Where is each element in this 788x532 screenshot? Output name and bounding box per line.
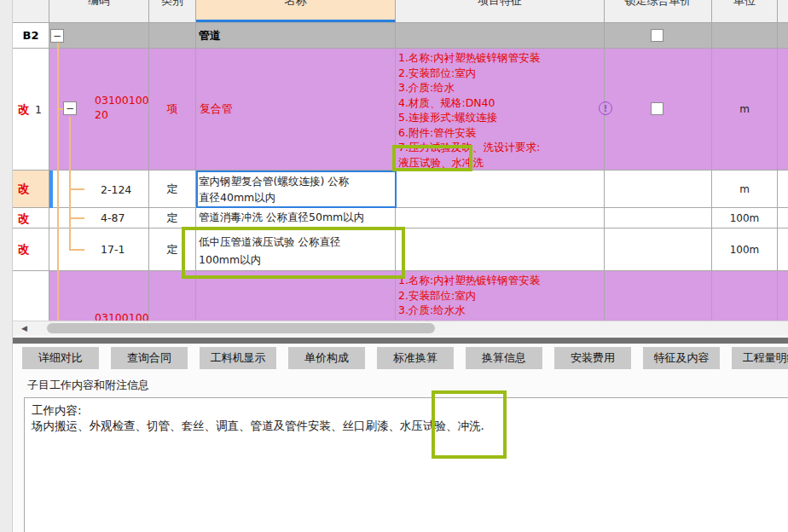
sub-row-4-87[interactable]: 改 4-87 定 管道消毒冲洗 公称直径50mm以内 100m (13, 208, 788, 228)
item-row-1[interactable]: 改 1 0310010070 20 项 复合管 1.名称:内衬塑热镀锌钢管安装 … (13, 49, 788, 171)
item-seq: 1 (35, 103, 42, 116)
group-code-cell (49, 23, 149, 48)
tree-line-level1 (57, 43, 59, 321)
sub3-category: 定 (149, 228, 196, 270)
tab-install-fee[interactable]: 安装费用 (554, 347, 631, 369)
group-name: 管道 (196, 23, 396, 48)
group-unit-cell (712, 23, 778, 48)
edit-flag: 改 (18, 211, 30, 227)
row-header-col (13, 0, 49, 22)
group-row-label: B2 (13, 23, 49, 48)
sub1-row-header: 改 (13, 171, 49, 207)
section-label: 子目工作内容和附注信息 (27, 378, 149, 393)
tree-branch (69, 188, 84, 190)
item1-category: 项 (149, 49, 196, 170)
sub1-code-cell: 2-124 (49, 171, 149, 207)
feature-line: 5.连接形式:螺纹连接 (398, 110, 540, 125)
sub-code: 4-87 (101, 211, 125, 224)
col-header-code[interactable]: 编码 (49, 0, 149, 22)
item-code-line2: 20 (95, 108, 108, 121)
col-header-extra (778, 0, 788, 22)
sub2-category: 定 (149, 208, 196, 228)
edit-flag: 改 (18, 242, 30, 257)
work-content-box[interactable]: 工作内容: 场内搬运、外观检查、切管、套丝、调直、管道及管件安装、丝口刷漆、水压… (24, 397, 788, 532)
tab-feature-content[interactable]: 特征及内容 (643, 347, 720, 369)
sub2-name: 管道消毒冲洗 公称直径50mm以内 (196, 208, 396, 228)
group-lock-cell (605, 23, 712, 48)
item1-features-cell: 1.名称:内衬塑热镀锌钢管安装 2.安装部位:室内 3.介质:给水 4.材质、规… (396, 49, 605, 170)
sub-name-line2: 直径40mm以内 (199, 189, 275, 205)
col-header-features[interactable]: 项目特征 (396, 0, 605, 22)
col-header-unit[interactable]: 单位 (712, 0, 778, 22)
left-margin (0, 0, 13, 532)
tree-line-level2 (69, 117, 71, 250)
table-header-row: 编码 类别 名称 项目特征 锁定综合单价 单位 (13, 0, 788, 23)
sub-name-line1: 室内钢塑复合管(螺纹连接) 公称 (199, 173, 349, 189)
work-content-title: 工作内容: (32, 403, 82, 419)
item1-lock-cell (605, 49, 712, 170)
item1-row-header: 改 1 (13, 49, 49, 170)
col-header-lock-price[interactable]: 锁定综合单价 (605, 0, 712, 22)
sub2-code-cell: 4-87 (49, 208, 149, 228)
selected-row-indicator (49, 171, 53, 208)
feature-line: 2.安装部位:室内 (398, 288, 540, 304)
app-window: 编码 类别 名称 项目特征 锁定综合单价 单位 B2 管道 改 1 031001… (0, 0, 788, 532)
tab-unit-price[interactable]: 单价构成 (288, 347, 365, 369)
collapse-item-icon[interactable]: − (63, 101, 77, 115)
group-features-cell (396, 23, 605, 48)
col-header-name[interactable]: 名称 (196, 0, 396, 22)
group-category-cell (149, 23, 196, 48)
group-row-b2[interactable]: B2 管道 (13, 23, 788, 49)
item1-name: 复合管 (196, 49, 396, 170)
feature-line: 1.名称:内衬塑热镀锌钢管安装 (398, 273, 540, 288)
sub-name-line1: 低中压管道液压试验 公称直径 (199, 233, 340, 251)
sub1-unit: m (712, 171, 778, 207)
feature-line: 3.介质:给水水 (398, 303, 540, 318)
work-content-text: 场内搬运、外观检查、切管、套丝、调直、管道及管件安装、丝口刷漆、水压试验、冲洗. (32, 419, 484, 434)
tab-query-contract[interactable]: 查询合同 (111, 347, 188, 369)
tab-labor-material[interactable]: 工料机显示 (200, 347, 276, 369)
sub-row-17-1[interactable]: 改 17-1 定 低中压管道液压试验 公称直径 100mm以内 100m (13, 228, 788, 271)
tree-branch (69, 249, 84, 251)
item1-unit: m (712, 49, 778, 170)
sub3-name-cell[interactable]: 低中压管道液压试验 公称直径 100mm以内 (196, 228, 396, 270)
feature-line: 4.材质、规格:DN40 (398, 95, 540, 111)
sub3-code-cell: 17-1 (49, 228, 149, 270)
tab-detail-compare[interactable]: 详细对比 (22, 347, 99, 369)
lock-price-checkbox[interactable] (651, 102, 663, 115)
edit-flag: 改 (18, 102, 30, 118)
sub-code: 2-124 (101, 183, 131, 196)
collapse-group-icon[interactable]: − (50, 29, 64, 43)
item2-code-cell: 0310010070 (49, 271, 149, 321)
sub3-row-header: 改 (13, 228, 49, 270)
panel-splitter[interactable] (13, 338, 788, 344)
scrollbar-thumb[interactable] (47, 323, 435, 333)
tab-convert-info[interactable]: 换算信息 (466, 347, 542, 369)
lock-price-checkbox[interactable] (651, 29, 663, 42)
tab-quantity-detail[interactable]: 工程量明细 (732, 347, 788, 369)
item2-row-header (13, 271, 49, 321)
edit-flag: 改 (18, 182, 30, 197)
sub-code: 17-1 (101, 243, 125, 256)
sub2-row-header: 改 (13, 208, 49, 228)
feature-line: 1.名称:内衬塑热镀锌钢管安装 (398, 50, 540, 66)
sub-name-line2: 100mm以内 (199, 251, 261, 269)
feature-line: 3.介质:给水 (398, 80, 540, 95)
item-row-2[interactable]: 0310010070 1.名称:内衬塑热镀锌钢管安装 2.安装部位:室内 3.介… (13, 271, 788, 321)
tab-standard-convert[interactable]: 标准换算 (377, 347, 454, 369)
sub2-unit: 100m (712, 208, 778, 228)
feature-line: 7.压力试验及吹、洗设计要求: (398, 140, 540, 155)
scroll-left-icon[interactable]: ◀ (21, 324, 27, 332)
col-header-category[interactable]: 类别 (149, 0, 196, 22)
sub1-name-cell[interactable]: 室内钢塑复合管(螺纹连接) 公称 直径40mm以内 (196, 171, 396, 207)
tree-branch (69, 217, 84, 219)
feature-line: 液压试验、水冲洗 (398, 155, 540, 171)
horizontal-scrollbar[interactable]: ◀ (13, 321, 788, 335)
sub3-unit: 100m (712, 228, 778, 270)
item2-features-cell: 1.名称:内衬塑热镀锌钢管安装 2.安装部位:室内 3.介质:给水水 4.材质、… (396, 271, 605, 321)
sub1-category: 定 (149, 171, 196, 207)
warning-icon[interactable]: ! (599, 101, 612, 115)
feature-line: 6.附件:管件安装 (398, 125, 540, 141)
feature-line: 2.安装部位:室内 (398, 66, 540, 81)
sub-row-2-124[interactable]: 改 2-124 定 室内钢塑复合管(螺纹连接) 公称 直径40mm以内 m (13, 171, 788, 208)
